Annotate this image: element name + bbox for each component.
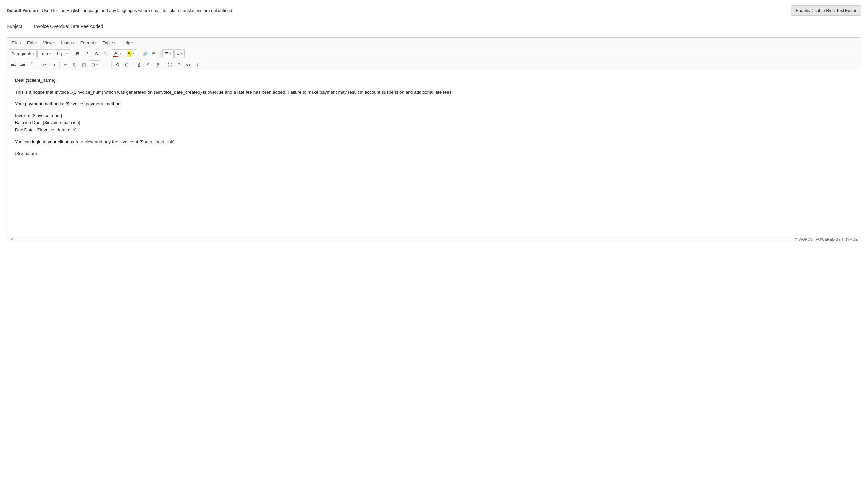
toolbar-sep-7 <box>133 61 133 68</box>
menu-help-arrow: ▾ <box>132 41 133 45</box>
clear-formatting-button[interactable]: T <box>193 60 202 69</box>
header-title-strong: Default Version <box>7 8 38 13</box>
undo-button[interactable]: ↩ <box>40 60 48 69</box>
menu-view[interactable]: View ▾ <box>40 39 58 47</box>
table-icon: ⊞ <box>91 62 95 67</box>
paragraph-style-label: Paragraph <box>11 51 31 56</box>
table-insert-arrow: ▾ <box>96 63 98 66</box>
paste-button[interactable]: 📋 <box>80 60 89 69</box>
payment-details-line4: Due Date: {$invoice_date_due} <box>15 126 853 134</box>
align-left-icon <box>11 62 16 67</box>
bullet-list-arrow: ▾ <box>170 52 172 55</box>
align-right-button[interactable] <box>18 60 27 69</box>
table-insert-dropdown[interactable]: ⊞ ▾ <box>89 60 100 69</box>
highlight-color-dropdown[interactable]: A ▾ <box>124 49 137 58</box>
fullscreen-button[interactable]: ⛶ <box>166 60 174 69</box>
header-row: Default Version - Used for the English l… <box>7 5 861 15</box>
text-color-bar <box>113 56 118 57</box>
toolbar-sep-8 <box>164 61 164 68</box>
print-button[interactable]: 🖨 <box>135 60 143 69</box>
underline-button[interactable]: U <box>101 49 110 58</box>
menu-edit[interactable]: Edit ▾ <box>24 39 40 47</box>
code-view-button[interactable]: <> <box>184 60 193 69</box>
ordered-list-arrow: ▾ <box>181 52 183 55</box>
italic-button[interactable]: I <box>83 49 91 58</box>
payment-details-line1: Your payment method is: {$invoice_paymen… <box>15 100 853 107</box>
header-description: Default Version - Used for the English l… <box>7 8 232 13</box>
signature-paragraph: {$signature} <box>15 150 853 157</box>
toolbar-sep-4 <box>38 61 38 68</box>
text-color-dropdown[interactable]: A ▾ <box>111 49 123 58</box>
toolbar-sep-1 <box>72 50 72 57</box>
toolbar-sep-2 <box>139 50 139 57</box>
svg-rect-6 <box>21 64 25 64</box>
special-chars-button[interactable]: Ω <box>113 60 122 69</box>
menu-format[interactable]: Format ▾ <box>78 39 99 47</box>
help-button[interactable]: ? <box>175 60 183 69</box>
editor-content-area[interactable]: Dear {$client_name}, This is a notice th… <box>7 70 861 235</box>
current-element-label: P <box>10 237 13 241</box>
text-color-btn: A <box>113 51 118 57</box>
cut-button[interactable]: ✂ <box>61 60 70 69</box>
menu-help[interactable]: Help ▾ <box>119 39 136 47</box>
horizontal-rule-button[interactable]: — <box>101 60 110 69</box>
header-title-rest: - Used for the English language and any … <box>38 8 232 13</box>
redo-button[interactable]: ↪ <box>49 60 58 69</box>
menu-insert-arrow: ▾ <box>73 41 74 45</box>
menu-table[interactable]: Table ▾ <box>100 39 118 47</box>
menu-format-arrow: ▾ <box>95 41 97 45</box>
paragraph-style-arrow: ▾ <box>33 52 34 55</box>
word-count-label: 74 WORDS POWERED BY TINYMCE <box>794 237 858 241</box>
ordered-list-dropdown[interactable]: ≡ ▾ <box>174 49 185 58</box>
menu-insert[interactable]: Insert ▾ <box>58 39 77 47</box>
toolbar-sep-3 <box>160 50 161 57</box>
toolbar-row-1: Paragraph ▾ Lato ▾ 11pt ▾ B I S U <box>7 48 861 59</box>
enable-disable-richtexteditor-button[interactable]: Enable/Disable Rich-Text Editor <box>791 5 861 15</box>
svg-rect-5 <box>20 63 25 63</box>
show-blocks-button[interactable]: ¶ <box>144 60 153 69</box>
link-button[interactable]: 🔗 <box>141 49 149 58</box>
svg-text:⛓: ⛓ <box>152 52 156 55</box>
svg-rect-3 <box>11 65 16 66</box>
menu-file[interactable]: File ▾ <box>9 39 24 47</box>
menu-view-arrow: ▾ <box>53 41 55 45</box>
subject-input[interactable] <box>30 21 861 32</box>
bold-button[interactable]: B <box>73 49 82 58</box>
payment-details-line3: Balance Due: {$invoice_balance} <box>15 119 853 126</box>
copy-button[interactable]: ⎘ <box>71 60 79 69</box>
payment-details-line2: Invoice: {$invoice_num} <box>15 112 853 119</box>
greeting-paragraph: Dear {$client_name}, <box>15 77 853 84</box>
align-left-button[interactable] <box>9 60 18 69</box>
toolbar-row-2: " ↩ ↪ ✂ ⎘ 📋 ⊞ ▾ — Ω ⊡ <box>7 59 861 70</box>
font-family-dropdown[interactable]: Lato ▾ <box>38 49 53 58</box>
highlight-btn: A <box>126 51 132 57</box>
nonbreaking-button[interactable]: ⁋ <box>153 60 162 69</box>
highlight-color-arrow: ▾ <box>133 52 135 55</box>
unlink-button[interactable]: ⛓ <box>150 49 158 58</box>
media-embed-button[interactable]: ⊡ <box>123 60 131 69</box>
body-paragraph-1: This is a notice that Invoice #{$invoice… <box>15 89 853 96</box>
svg-rect-7 <box>20 65 25 66</box>
bullet-list-dropdown[interactable]: ☰ ▾ <box>162 49 174 58</box>
text-color-arrow: ▾ <box>120 52 121 55</box>
svg-rect-2 <box>11 64 14 64</box>
subject-row: Subject: <box>7 21 861 32</box>
menu-edit-arrow: ▾ <box>35 41 37 45</box>
font-size-arrow: ▾ <box>66 52 68 55</box>
editor-menubar: File ▾ Edit ▾ View ▾ Insert ▾ Format ▾ T… <box>7 38 861 48</box>
bullet-list-icon: ☰ <box>165 51 168 56</box>
rich-text-editor: File ▾ Edit ▾ View ▾ Insert ▾ Format ▾ T… <box>7 38 861 243</box>
subject-label: Subject: <box>7 24 27 29</box>
paragraph-style-dropdown[interactable]: Paragraph ▾ <box>9 49 37 58</box>
blockquote-button[interactable]: " <box>28 60 36 69</box>
ordered-list-icon: ≡ <box>177 51 179 56</box>
strikethrough-button[interactable]: S <box>92 49 101 58</box>
menu-table-arrow: ▾ <box>114 41 115 45</box>
login-paragraph: You can login to your client area to vie… <box>15 138 853 146</box>
toolbar-sep-5 <box>59 61 60 68</box>
menu-file-arrow: ▾ <box>20 41 21 45</box>
editor-statusbar: P 74 WORDS POWERED BY TINYMCE <box>7 235 861 243</box>
unlink-icon: ⛓ <box>152 51 157 56</box>
highlight-color-bar <box>126 56 132 57</box>
font-size-dropdown[interactable]: 11pt ▾ <box>54 49 70 58</box>
